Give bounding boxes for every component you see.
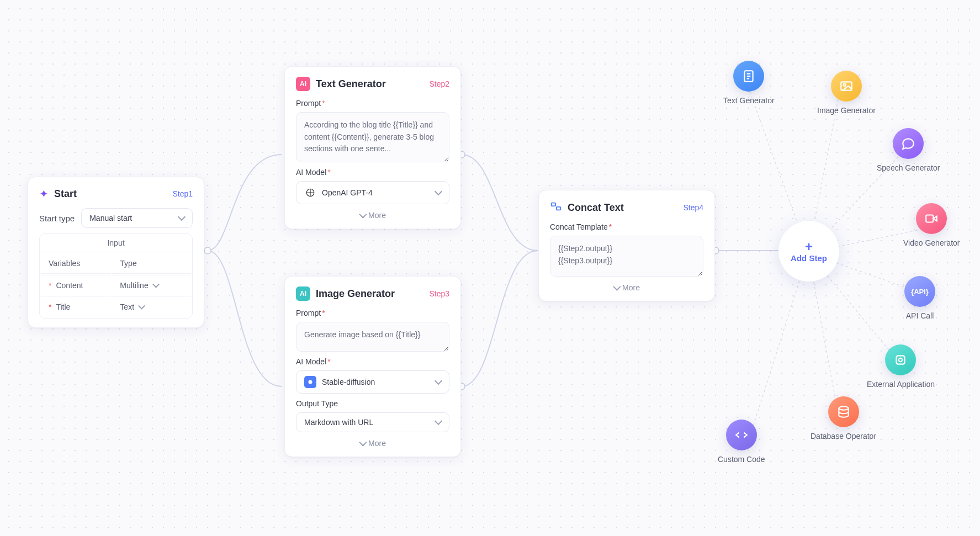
svg-rect-7: [557, 207, 560, 210]
input-row[interactable]: *Title Text: [41, 296, 191, 317]
concat-template[interactable]: {{Step2.output}} {{Step3.output}}: [550, 236, 703, 277]
radial-speech-generator[interactable]: Speech Generator: [877, 128, 940, 172]
text-generator-node[interactable]: AI Text Generator Step2 Prompt* Accordin…: [284, 66, 461, 229]
svg-point-21: [899, 358, 903, 362]
radial-video-generator[interactable]: Video Generator: [903, 203, 960, 247]
imagegen-output-select[interactable]: Markdown with URL: [296, 412, 449, 432]
code-icon: [726, 420, 757, 450]
textgen-prompt[interactable]: According to the blog title {{Title}} an…: [296, 112, 449, 162]
start-type-select[interactable]: Manual start: [81, 208, 193, 228]
external-app-icon: [885, 344, 916, 375]
imagegen-step-tag: Step3: [429, 289, 449, 298]
add-step-button[interactable]: + Add Step: [778, 221, 839, 282]
openai-icon: [304, 187, 316, 199]
imagegen-prompt[interactable]: Generate image based on {{Title}}: [296, 322, 449, 352]
image-generator-node[interactable]: AI Image Generator Step3 Prompt* Generat…: [284, 276, 461, 457]
svg-rect-17: [841, 82, 852, 90]
stable-diffusion-icon: [304, 376, 316, 388]
document-icon: [733, 61, 764, 92]
ai-icon: AI: [296, 77, 310, 91]
radial-image-generator[interactable]: Image Generator: [817, 71, 876, 115]
radial-database-operator[interactable]: Database Operator: [811, 396, 876, 441]
plus-icon: +: [805, 240, 813, 253]
textgen-more[interactable]: More: [296, 211, 449, 220]
textgen-model-select[interactable]: OpenAI GPT-4: [296, 181, 449, 204]
concat-icon: [550, 200, 562, 215]
start-node[interactable]: ✦ Start Step1 Start type Manual start In…: [28, 177, 204, 328]
type-select[interactable]: Multiline: [120, 281, 160, 290]
video-icon: [916, 203, 947, 234]
sparkle-icon: ✦: [39, 187, 49, 200]
type-select[interactable]: Text: [120, 303, 146, 311]
concat-title: Concat Text: [568, 202, 683, 214]
start-step-tag: Step1: [172, 189, 193, 198]
imagegen-title: Image Generator: [316, 288, 429, 300]
speech-icon: [893, 128, 924, 159]
svg-point-22: [839, 406, 848, 410]
imagegen-more[interactable]: More: [296, 439, 449, 448]
concat-more[interactable]: More: [550, 283, 703, 292]
radial-api-call[interactable]: {API} API Call: [904, 276, 935, 320]
textgen-step-tag: Step2: [429, 79, 449, 88]
api-icon: {API}: [904, 276, 935, 307]
svg-rect-20: [897, 355, 905, 364]
col-type: Type: [112, 253, 191, 274]
start-title: Start: [54, 188, 172, 200]
concat-step-tag: Step4: [683, 203, 703, 212]
col-variables: Variables: [41, 253, 111, 274]
image-icon: [831, 71, 862, 102]
radial-custom-code[interactable]: Custom Code: [718, 420, 765, 464]
textgen-title: Text Generator: [316, 78, 429, 90]
imagegen-model-select[interactable]: Stable-diffusion: [296, 370, 449, 394]
svg-point-5: [309, 380, 312, 384]
svg-point-18: [844, 84, 846, 86]
concat-text-node[interactable]: Concat Text Step4 Concat Template* {{Ste…: [538, 190, 715, 301]
ai-icon: AI: [296, 286, 310, 301]
radial-external-application[interactable]: External Application: [867, 344, 935, 389]
start-type-label: Start type: [39, 214, 75, 223]
radial-text-generator[interactable]: Text Generator: [723, 61, 775, 105]
svg-rect-6: [552, 203, 555, 206]
input-row[interactable]: *Content Multiline: [41, 275, 191, 295]
database-icon: [828, 396, 859, 427]
input-header: Input: [40, 234, 192, 252]
